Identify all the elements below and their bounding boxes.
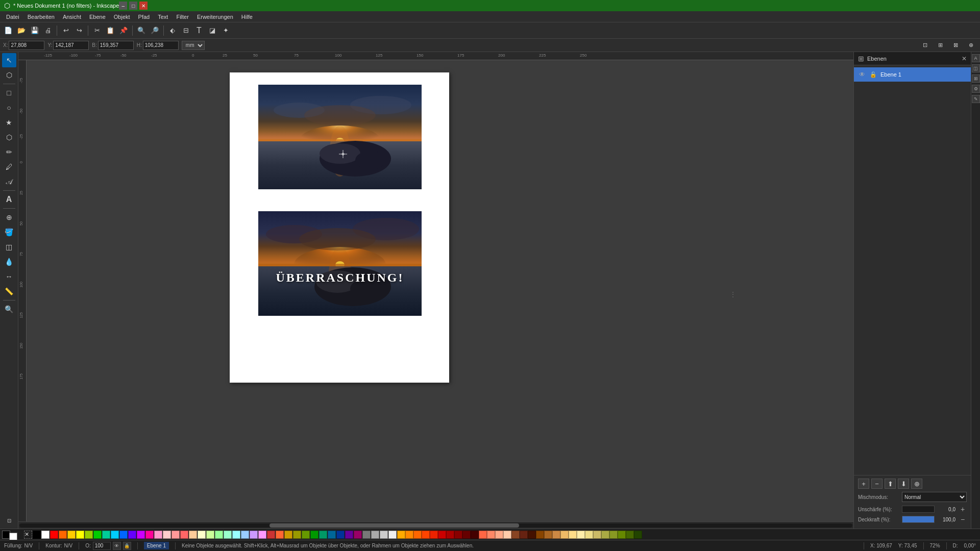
menu-erweiterungen[interactable]: Erweiterungen [193,13,237,21]
color-swatch[interactable] [215,531,223,539]
color-swatch[interactable] [302,531,310,539]
color-swatch[interactable] [258,531,266,539]
color-swatch-ext-7[interactable] [454,531,462,539]
zoom-in-button[interactable]: 🔍 [135,24,148,37]
stroke-indicator[interactable] [9,533,17,540]
color-swatch-ext-14[interactable] [511,531,520,539]
color-swatch-ext-21[interactable] [569,531,577,539]
panel-collapse-indicator[interactable]: ⋮ [730,291,736,298]
color-swatch-ext-1[interactable] [405,531,413,539]
fr-btn-2[interactable]: ◫ [972,64,980,72]
color-swatch[interactable] [250,531,258,539]
dropper-tool[interactable]: 💧 [2,255,16,269]
color-swatch-ext-6[interactable] [446,531,454,539]
color-swatch[interactable] [59,531,67,539]
polygon-tool[interactable]: ⬡ [2,130,16,144]
color-swatch-magenta[interactable] [137,531,145,539]
text-tool[interactable]: A [2,192,16,207]
menu-filter[interactable]: Filter [172,13,192,21]
color-swatch-yellow[interactable] [76,531,84,539]
menu-hilfe[interactable]: Hilfe [237,13,257,21]
color-swatch[interactable] [267,531,275,539]
color-swatch[interactable] [154,531,162,539]
no-color-swatch[interactable]: ✕ [24,531,32,539]
color-swatch[interactable] [276,531,284,539]
opacity-lock[interactable]: 🔒 [123,542,131,550]
layer-lock-toggle[interactable]: 🔓 [869,70,877,79]
redo-button[interactable]: ↪ [73,24,85,37]
layer-visibility-toggle[interactable]: 👁 [858,70,866,79]
move-layer-down-button[interactable]: ⬇ [898,479,909,489]
scrollbar-track[interactable] [19,523,852,528]
color-swatch-ext-2[interactable] [413,531,422,539]
dist-btn[interactable]: ⊠ [949,39,962,52]
maximize-button[interactable]: □ [129,2,137,10]
color-swatch-black[interactable] [33,531,41,539]
color-swatch[interactable] [67,531,76,539]
menu-pfad[interactable]: Pfad [134,13,154,21]
color-swatch-ext-4[interactable] [430,531,438,539]
color-swatch[interactable] [172,531,180,539]
fr-btn-5[interactable]: ✎ [972,95,980,103]
measure-tool[interactable]: 📏 [2,284,16,298]
pencil-tool[interactable]: ✏ [2,145,16,159]
undo-button[interactable]: ↩ [60,24,72,37]
color-swatch[interactable] [206,531,214,539]
zoom-tool[interactable]: 🔍 [2,302,16,316]
align-btn2[interactable]: ⊞ [934,39,946,52]
deckkraft-subtract[interactable]: − [959,515,967,523]
paste-button[interactable]: 📌 [117,24,130,37]
gradient-tool[interactable]: ◫ [2,240,16,254]
opacity-eye[interactable]: 👁 [113,542,121,550]
print-button[interactable]: 🖨 [42,24,54,37]
select-tool[interactable]: ↖ [2,53,16,67]
zoom-out-button[interactable]: 🔎 [149,24,161,37]
color-swatch[interactable] [345,531,353,539]
move-layer-up-button[interactable]: ⬆ [885,479,896,489]
unit-select[interactable]: mm px cm in [182,41,205,50]
color-swatch[interactable] [241,531,249,539]
color-swatch[interactable] [388,531,397,539]
new-button[interactable]: 📄 [2,24,14,37]
blend-mode-select[interactable]: Normal Multiply Screen Overlay [902,492,967,502]
transform-btn[interactable]: ⊡ [919,39,931,52]
more-btn[interactable]: ⊕ [965,39,977,52]
color-swatch[interactable] [145,531,154,539]
close-button[interactable]: ✕ [139,2,148,10]
color-swatch-ext-23[interactable] [585,531,593,539]
color-swatch-blue[interactable] [119,531,128,539]
color-swatch-ext-25[interactable] [601,531,609,539]
color-swatch-ext-22[interactable] [577,531,585,539]
color-swatch[interactable] [163,531,171,539]
color-swatch[interactable] [380,531,388,539]
color-swatch[interactable] [224,531,232,539]
color-swatch[interactable] [128,531,136,539]
color-swatch-ext-15[interactable] [520,531,528,539]
pen-tool[interactable]: 🖊 [2,160,16,174]
color-swatch-ext-19[interactable] [552,531,560,539]
open-button[interactable]: 📂 [15,24,28,37]
fr-btn-4[interactable]: ⚙ [972,85,980,93]
color-swatch[interactable] [328,531,336,539]
canvas-scroll[interactable]: -75 -50 -25 0 25 50 75 100 125 150 175 [18,60,853,521]
calligraphy-tool[interactable]: 𝒜 [2,174,16,189]
snap-tool[interactable]: ⊡ [2,513,16,528]
b-input[interactable] [98,41,134,50]
color-swatch[interactable] [180,531,188,539]
x-input[interactable] [9,41,44,50]
color-swatch-ext-27[interactable] [618,531,626,539]
color-swatch[interactable] [293,531,301,539]
color-swatch-ext-16[interactable] [528,531,536,539]
opacity-input[interactable] [93,542,111,550]
fr-btn-3[interactable]: ⊞ [972,74,980,83]
color-swatch[interactable] [336,531,345,539]
color-swatch-ext-5[interactable] [438,531,446,539]
color-swatch[interactable] [85,531,93,539]
color-swatch-ext-18[interactable] [544,531,552,539]
color-swatch-ext-13[interactable] [503,531,511,539]
color-swatch-red[interactable] [50,531,58,539]
add-layer-button[interactable]: + [858,479,869,489]
color-swatch-cyan[interactable] [111,531,119,539]
remove-layer-button[interactable]: − [871,479,883,489]
menu-ansicht[interactable]: Ansicht [59,13,85,21]
